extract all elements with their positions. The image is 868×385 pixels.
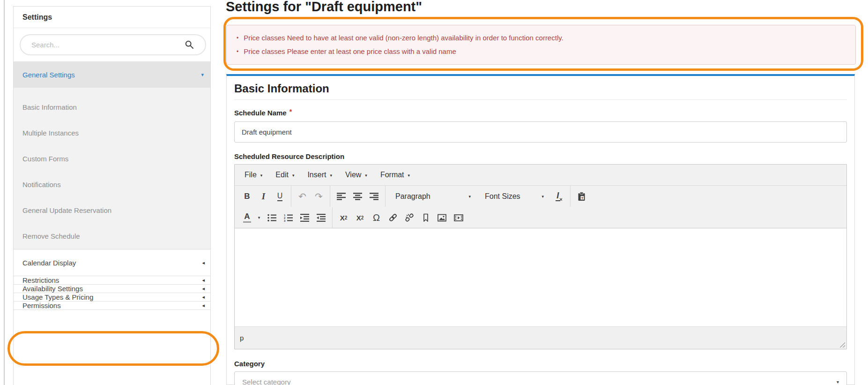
chevron-left-icon: ◂ [202, 260, 205, 266]
error-message: • Price classes Need to have at least on… [237, 31, 851, 45]
insert-image-button[interactable] [435, 209, 449, 226]
sidebar-item-notifications[interactable]: Notifications [14, 172, 210, 197]
basic-information-card: Basic Information Schedule Name* Schedul… [226, 74, 855, 385]
sidebar-item-basic-information[interactable]: Basic Information [14, 94, 210, 120]
select-placeholder: Select category [242, 378, 290, 385]
sidebar-item-usage-types-pricing[interactable]: Usage Types & Pricing ◂ [14, 293, 210, 302]
anchor-button[interactable] [418, 209, 433, 226]
toolbar-row-2: A ▾ 123 X2 X [235, 207, 846, 228]
resize-handle[interactable] [839, 341, 845, 347]
chevron-down-icon: ▾ [201, 72, 204, 78]
chevron-down-icon: ▾ [468, 194, 471, 199]
settings-sidebar: Settings General Settings ▾ Basic Inform… [13, 6, 211, 385]
paragraph-format-dropdown[interactable]: Paragraph ▾ [390, 188, 476, 205]
chevron-down-icon: ▾ [408, 173, 410, 178]
insert-link-button[interactable] [386, 209, 400, 226]
unlink-icon [405, 213, 414, 222]
editor-menu-format[interactable]: Format ▾ [374, 166, 416, 183]
bold-button[interactable]: B [240, 188, 254, 205]
search-input[interactable] [21, 41, 180, 49]
dropdown-value: Font Sizes [485, 192, 520, 201]
sidebar-title: Settings [14, 7, 210, 28]
editor-menu-insert[interactable]: Insert ▾ [301, 166, 339, 183]
redo-button[interactable]: ↷ [312, 188, 326, 205]
special-character-button[interactable]: Ω [369, 209, 384, 226]
sidebar-item-multiple-instances[interactable]: Multiple Instances [14, 120, 210, 146]
search-icon[interactable] [180, 36, 199, 54]
bookmark-icon [422, 213, 430, 222]
align-center-button[interactable] [350, 188, 365, 205]
schedule-name-label: Schedule Name* [234, 109, 847, 117]
chevron-left-icon: ◂ [202, 277, 205, 283]
align-left-button[interactable] [334, 188, 349, 205]
editor-menu-view[interactable]: View ▾ [339, 166, 374, 183]
sidebar-item-calendar-display[interactable]: Calendar Display ◂ [14, 249, 210, 276]
sidebar-item-custom-forms[interactable]: Custom Forms [14, 146, 210, 172]
underline-button[interactable]: U [273, 188, 287, 205]
insert-media-button[interactable] [451, 209, 466, 226]
editor-menu-file[interactable]: File ▾ [238, 166, 269, 183]
sidebar-item-permissions[interactable]: Permissions ◂ [14, 302, 210, 310]
bullet-icon: • [237, 31, 238, 45]
required-asterisk: * [289, 108, 292, 115]
category-label: Category [234, 360, 847, 368]
error-text: Price classes Please enter at least one … [244, 45, 456, 58]
menu-label: Edit [275, 171, 289, 179]
description-label: Scheduled Resource Description [234, 152, 847, 160]
sidebar-item-label: Restrictions [22, 276, 59, 284]
bullet-icon: • [237, 45, 238, 58]
svg-text:3: 3 [284, 219, 286, 221]
menu-label: Insert [307, 171, 326, 179]
sidebar-item-restrictions[interactable]: Restrictions ◂ [14, 276, 210, 285]
sidebar-item-general-settings[interactable]: General Settings ▾ [14, 62, 210, 88]
chevron-left-icon: ◂ [202, 286, 205, 292]
dropdown-value: Paragraph [395, 192, 430, 201]
sidebar-item-availability-settings[interactable]: Availability Settings ◂ [14, 285, 210, 293]
menu-label: View [345, 171, 361, 179]
outdent-button[interactable] [314, 209, 328, 226]
undo-button[interactable]: ↶ [295, 188, 310, 205]
section-heading: Basic Information [234, 82, 847, 95]
heading-divider [234, 99, 847, 100]
text-color-icon: A [243, 212, 251, 223]
sidebar-item-label: Availability Settings [22, 285, 83, 293]
editor-menubar: File ▾ Edit ▾ Insert ▾ View ▾ Format ▾ [235, 165, 846, 186]
superscript-icon: X [356, 214, 361, 222]
editor-menu-edit[interactable]: Edit ▾ [269, 166, 301, 183]
schedule-name-input[interactable] [234, 121, 847, 143]
text-color-caret[interactable]: ▾ [255, 209, 263, 226]
toolbar-separator [570, 186, 571, 207]
font-sizes-dropdown[interactable]: Font Sizes ▾ [479, 188, 549, 205]
error-text: Price classes Need to have at least one … [244, 31, 564, 45]
paste-as-text-button[interactable]: T [574, 188, 589, 205]
sidebar-item-remove-schedule[interactable]: Remove Schedule [14, 223, 210, 249]
indent-button[interactable] [297, 209, 312, 226]
page-left-border [4, 0, 5, 385]
italic-button[interactable]: I [256, 188, 271, 205]
media-icon [454, 214, 463, 222]
clear-formatting-icon: I× [556, 191, 562, 201]
bullet-list-button[interactable] [265, 209, 279, 226]
toolbar-separator [385, 186, 386, 207]
rich-text-editor: File ▾ Edit ▾ Insert ▾ View ▾ Format ▾ [234, 164, 847, 349]
underline-glyph: U [277, 192, 283, 201]
subscript-button[interactable]: X2 [336, 209, 351, 226]
sidebar-item-general-update-reservation[interactable]: General Update Reservation [14, 197, 210, 223]
toolbar-row-1: B I U ↶ ↷ Paragraph ▾ [235, 186, 846, 207]
unlink-button[interactable] [402, 209, 416, 226]
settings-page: { "colors": { "annotation_orange": "#f28… [0, 0, 868, 385]
chevron-down-icon: ▾ [837, 379, 839, 385]
search-box [20, 34, 206, 55]
align-right-button[interactable] [367, 188, 381, 205]
sidebar-item-label: Usage Types & Pricing [22, 293, 93, 301]
category-select[interactable]: Select category ▾ [234, 371, 847, 385]
validation-error-box: • Price classes Need to have at least on… [226, 25, 856, 65]
image-icon [438, 214, 446, 222]
sidebar-search-section [14, 28, 210, 62]
element-path[interactable]: p [240, 334, 244, 342]
numbered-list-button[interactable]: 123 [281, 209, 296, 226]
editor-content-area[interactable] [235, 228, 846, 326]
superscript-button[interactable]: X2 [353, 209, 367, 226]
text-color-button[interactable]: A [240, 209, 254, 226]
clear-formatting-button[interactable]: I× [552, 188, 566, 205]
